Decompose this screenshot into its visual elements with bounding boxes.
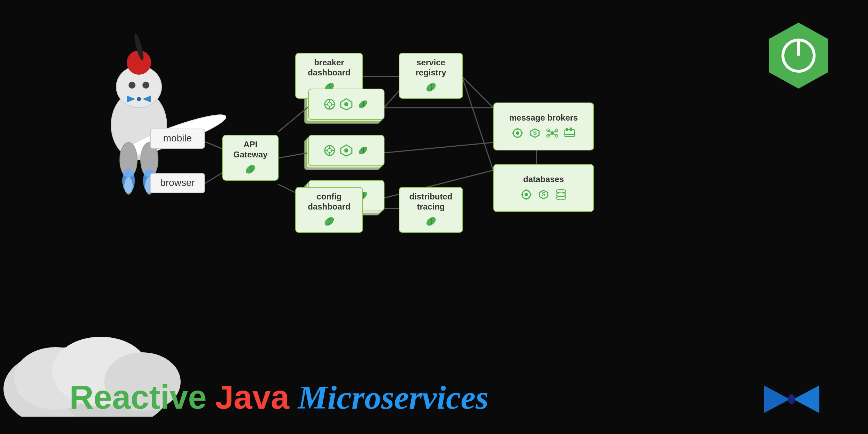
spring-leaf-icon (243, 163, 257, 176)
svg-point-28 (137, 97, 141, 101)
db-cylinder-icon (554, 188, 568, 202)
config-leaf-icon (322, 215, 336, 228)
svg-rect-87 (570, 128, 572, 131)
top-microservice-stack (304, 89, 386, 129)
db-redis-icon: S (537, 188, 551, 202)
bowtie-icon (764, 385, 819, 413)
service-registry-label: serviceregistry (415, 58, 446, 78)
svg-line-3 (278, 153, 307, 158)
svg-point-39 (425, 81, 437, 93)
spring-boot-hexagon (764, 21, 833, 90)
mascot-rocket (52, 21, 226, 229)
mid-microservice-stack (304, 135, 386, 175)
svg-point-24 (129, 82, 135, 89)
svg-point-70 (516, 131, 519, 135)
svg-line-8 (462, 76, 493, 108)
svg-point-97 (556, 196, 566, 200)
kafka-icon (563, 126, 577, 140)
svg-point-48 (357, 99, 369, 109)
svg-marker-105 (793, 385, 819, 413)
svg-line-13 (384, 142, 493, 153)
svg-text:S: S (533, 130, 537, 136)
db-gear-icon (519, 188, 533, 202)
distributed-tracing-box: distributedtracing (399, 187, 463, 233)
config-dashboard-box: configdashboard (295, 187, 363, 233)
svg-marker-104 (764, 385, 790, 413)
databases-icons: S (519, 188, 568, 202)
svg-point-50 (328, 148, 332, 153)
svg-point-68 (425, 215, 437, 227)
svg-point-37 (244, 163, 257, 175)
svg-point-67 (323, 215, 336, 227)
diagram-container: mobile browser APIGateway breakerdashboa… (0, 0, 868, 434)
title-microservices: Microservices (298, 379, 488, 416)
svg-rect-86 (566, 128, 568, 131)
svg-point-25 (142, 82, 149, 89)
service-registry-box: serviceregistry (399, 53, 463, 99)
browser-label: browser (160, 177, 195, 188)
ms-card-mid-3 (308, 135, 385, 166)
svg-point-106 (788, 394, 795, 404)
svg-line-7 (384, 90, 399, 108)
registry-leaf-icon (424, 81, 438, 94)
distributed-tracing-label: distributedtracing (410, 192, 453, 212)
mobile-client: mobile (150, 129, 205, 149)
svg-point-90 (524, 193, 528, 196)
gear-icon (511, 126, 524, 140)
redis-icon: S (528, 126, 542, 140)
svg-point-57 (357, 145, 369, 156)
title-area: Reactive Java Microservices (69, 378, 868, 417)
title-reactive: Reactive (69, 378, 207, 416)
api-gateway-box: APIGateway (222, 135, 279, 181)
svg-point-33 (124, 177, 133, 195)
api-gateway-label: APIGateway (233, 140, 268, 160)
databases-label: databases (523, 174, 564, 184)
svg-point-100 (556, 193, 566, 196)
title-java: Java (215, 378, 289, 416)
config-dashboard-label: configdashboard (308, 192, 350, 212)
svg-line-9 (462, 76, 493, 170)
svg-point-41 (328, 102, 332, 106)
message-brokers-box: message brokers S (493, 103, 594, 150)
message-brokers-icons: S (511, 126, 577, 140)
breaker-dashboard-label: breakerdashboard (308, 58, 350, 78)
cluster-icon (545, 126, 559, 140)
databases-box: databases S (493, 164, 594, 212)
svg-point-56 (344, 148, 348, 153)
svg-point-96 (556, 189, 566, 193)
browser-client: browser (150, 173, 205, 193)
svg-text:S: S (542, 191, 546, 197)
tracing-leaf-icon (424, 215, 438, 228)
svg-point-47 (344, 102, 348, 106)
message-brokers-label: message brokers (509, 113, 578, 123)
mobile-label: mobile (163, 133, 192, 144)
ms-card-top-3 (308, 89, 385, 120)
